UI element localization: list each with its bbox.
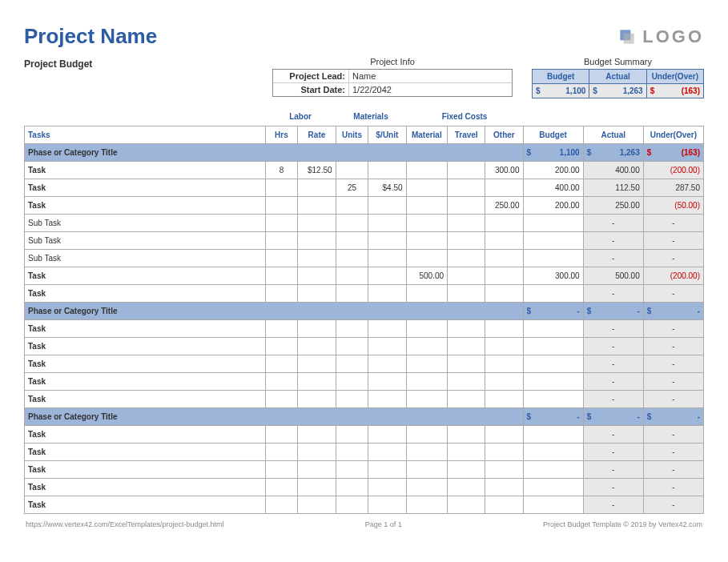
cell-per_unit[interactable] [368, 196, 406, 214]
cell-other[interactable] [485, 372, 523, 390]
cell-budget[interactable] [523, 390, 583, 407]
cell-hrs[interactable] [265, 355, 298, 372]
task-name[interactable]: Task [25, 284, 266, 302]
cell-units[interactable] [336, 319, 368, 337]
cell-budget[interactable] [523, 284, 583, 302]
cell-travel[interactable] [448, 284, 485, 302]
cell-hrs[interactable] [265, 231, 298, 249]
cell-budget[interactable] [523, 337, 583, 355]
cell-travel[interactable] [448, 337, 485, 355]
cell-hrs[interactable] [265, 372, 298, 390]
cell-rate[interactable] [298, 196, 336, 214]
cell-other[interactable] [485, 425, 523, 443]
cell-per_unit[interactable] [368, 478, 406, 496]
phase-name[interactable]: Phase or Category Title [25, 143, 524, 161]
cell-material[interactable] [406, 337, 448, 355]
cell-hrs[interactable] [265, 267, 298, 284]
cell-rate[interactable] [298, 443, 336, 460]
cell-material[interactable] [406, 425, 448, 443]
cell-travel[interactable] [448, 390, 485, 407]
cell-material[interactable]: 500.00 [406, 267, 448, 284]
cell-hrs[interactable] [265, 390, 298, 407]
cell-units[interactable] [336, 214, 368, 231]
cell-rate[interactable]: $12.50 [298, 161, 336, 179]
cell-travel[interactable] [448, 196, 485, 214]
cell-rate[interactable] [298, 319, 336, 337]
cell-budget[interactable] [523, 372, 583, 390]
cell-units[interactable] [336, 249, 368, 267]
cell-budget[interactable] [523, 355, 583, 372]
cell-per_unit[interactable] [368, 214, 406, 231]
cell-rate[interactable] [298, 249, 336, 267]
cell-hrs[interactable] [265, 249, 298, 267]
cell-other[interactable] [485, 460, 523, 478]
cell-material[interactable] [406, 249, 448, 267]
cell-material[interactable] [406, 179, 448, 196]
cell-rate[interactable] [298, 231, 336, 249]
cell-budget[interactable]: 200.00 [523, 196, 583, 214]
cell-other[interactable]: 300.00 [485, 161, 523, 179]
cell-travel[interactable] [448, 267, 485, 284]
task-name[interactable]: Sub Task [25, 249, 266, 267]
project-lead-value[interactable]: Name [349, 70, 512, 82]
cell-units[interactable] [336, 267, 368, 284]
cell-hrs[interactable] [265, 214, 298, 231]
cell-other[interactable] [485, 478, 523, 496]
cell-per_unit[interactable] [368, 443, 406, 460]
cell-per_unit[interactable] [368, 284, 406, 302]
cell-material[interactable] [406, 443, 448, 460]
cell-per_unit[interactable] [368, 267, 406, 284]
cell-rate[interactable] [298, 337, 336, 355]
cell-rate[interactable] [298, 284, 336, 302]
task-name[interactable]: Task [25, 196, 266, 214]
cell-budget[interactable]: 300.00 [523, 267, 583, 284]
cell-hrs[interactable] [265, 478, 298, 496]
cell-budget[interactable] [523, 460, 583, 478]
cell-units[interactable] [336, 196, 368, 214]
cell-material[interactable] [406, 372, 448, 390]
cell-units[interactable] [336, 372, 368, 390]
task-name[interactable]: Task [25, 337, 266, 355]
cell-per_unit[interactable] [368, 460, 406, 478]
cell-material[interactable] [406, 196, 448, 214]
cell-travel[interactable] [448, 179, 485, 196]
cell-material[interactable] [406, 214, 448, 231]
cell-travel[interactable] [448, 496, 485, 513]
cell-material[interactable] [406, 478, 448, 496]
task-name[interactable]: Task [25, 443, 266, 460]
start-date-value[interactable]: 1/22/2042 [349, 83, 512, 96]
cell-budget[interactable] [523, 443, 583, 460]
cell-other[interactable] [485, 214, 523, 231]
cell-rate[interactable] [298, 372, 336, 390]
cell-travel[interactable] [448, 355, 485, 372]
task-name[interactable]: Task [25, 179, 266, 196]
cell-units[interactable] [336, 231, 368, 249]
task-name[interactable]: Task [25, 425, 266, 443]
cell-material[interactable] [406, 460, 448, 478]
cell-travel[interactable] [448, 319, 485, 337]
cell-travel[interactable] [448, 231, 485, 249]
cell-material[interactable] [406, 319, 448, 337]
cell-budget[interactable]: 400.00 [523, 179, 583, 196]
cell-hrs[interactable] [265, 425, 298, 443]
cell-other[interactable] [485, 355, 523, 372]
phase-name[interactable]: Phase or Category Title [25, 407, 524, 425]
cell-per_unit[interactable]: $4.50 [368, 179, 406, 196]
cell-rate[interactable] [298, 390, 336, 407]
cell-per_unit[interactable] [368, 425, 406, 443]
cell-other[interactable] [485, 337, 523, 355]
cell-units[interactable] [336, 284, 368, 302]
task-name[interactable]: Task [25, 319, 266, 337]
cell-rate[interactable] [298, 425, 336, 443]
cell-travel[interactable] [448, 372, 485, 390]
cell-material[interactable] [406, 284, 448, 302]
cell-hrs[interactable] [265, 319, 298, 337]
cell-budget[interactable] [523, 249, 583, 267]
cell-rate[interactable] [298, 496, 336, 513]
cell-units[interactable] [336, 390, 368, 407]
cell-per_unit[interactable] [368, 355, 406, 372]
cell-rate[interactable] [298, 460, 336, 478]
cell-other[interactable] [485, 179, 523, 196]
cell-material[interactable] [406, 355, 448, 372]
cell-hrs[interactable]: 8 [265, 161, 298, 179]
